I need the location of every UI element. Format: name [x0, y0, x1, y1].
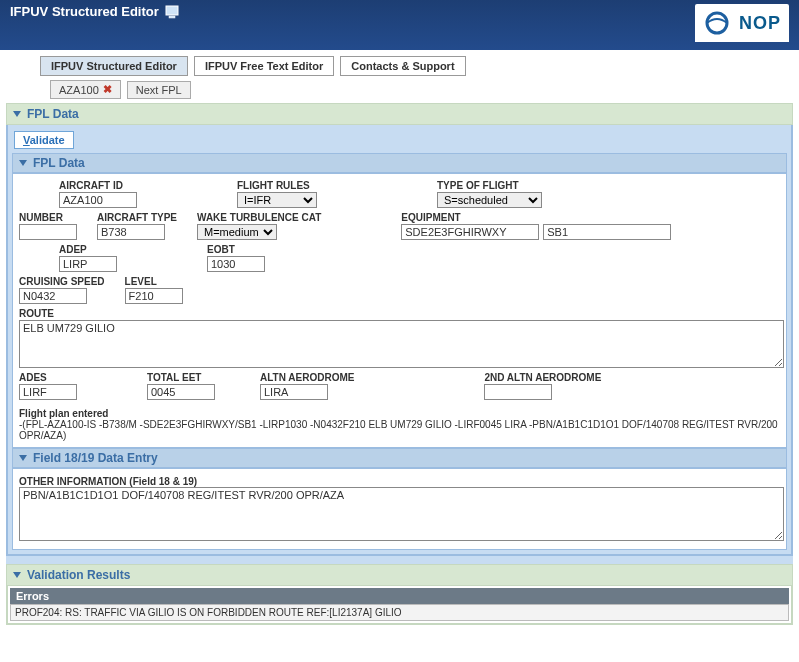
brand-area: NOP [695, 4, 789, 42]
close-icon[interactable]: ✖ [103, 83, 112, 96]
field-altn2: 2ND ALTN AERODROME [484, 372, 601, 400]
field18-subheader[interactable]: Field 18/19 Data Entry [12, 448, 787, 468]
validate-rest: alidate [30, 134, 65, 146]
validate-button[interactable]: Validate [14, 131, 74, 149]
label-type-of-flight: TYPE OF FLIGHT [437, 180, 542, 191]
collapse-icon [13, 111, 21, 117]
field-adep: ADEP [59, 244, 117, 272]
label-ades: ADES [19, 372, 77, 383]
select-flight-rules[interactable]: I=IFR [237, 192, 317, 208]
svg-rect-0 [166, 6, 178, 15]
validation-body: Errors PROF204: RS: TRAFFIC VIA GILIO IS… [6, 586, 793, 625]
validation-title: Validation Results [27, 568, 130, 582]
label-adep: ADEP [59, 244, 117, 255]
app-title-wrap: IFPUV Structured Editor [10, 4, 179, 19]
input-aircraft-id[interactable] [59, 192, 137, 208]
svg-rect-1 [169, 16, 175, 18]
tab-free-text-editor[interactable]: IFPUV Free Text Editor [194, 56, 334, 76]
field-wake: WAKE TURBULENCE CAT M=medium [197, 212, 321, 240]
input-total-eet[interactable] [147, 384, 215, 400]
validation-header[interactable]: Validation Results [6, 564, 793, 586]
tab-flightplan-aza100[interactable]: AZA100 ✖ [50, 80, 121, 99]
input-ades[interactable] [19, 384, 77, 400]
input-cruising-speed[interactable] [19, 288, 87, 304]
fpl-data-subheader[interactable]: FPL Data [12, 153, 787, 173]
label-aircraft-id: AIRCRAFT ID [59, 180, 137, 191]
collapse-icon [19, 160, 27, 166]
brand-text: NOP [739, 13, 781, 34]
input-level[interactable] [125, 288, 183, 304]
secondary-tab-row: AZA100 ✖ Next FPL [0, 78, 799, 103]
section-title: FPL Data [27, 107, 79, 121]
flight-plan-entered-text: -(FPL-AZA100-IS -B738/M -SDE2E3FGHIRWXY/… [19, 419, 780, 441]
label-number: NUMBER [19, 212, 77, 223]
label-route: ROUTE [19, 308, 780, 319]
fpl-data-body: Validate FPL Data AIRCRAFT ID FLIGHT RUL… [6, 125, 793, 556]
input-altn[interactable] [260, 384, 328, 400]
label-level: LEVEL [125, 276, 183, 287]
textarea-route[interactable] [19, 320, 784, 368]
field-altn: ALTN AERODROME [260, 372, 354, 400]
fpl-data-header[interactable]: FPL Data [6, 103, 793, 125]
field-ades: ADES [19, 372, 77, 400]
flight-plan-entered-label: Flight plan entered [19, 408, 780, 419]
label-altn2: 2ND ALTN AERODROME [484, 372, 601, 383]
label-other-info: OTHER INFORMATION (Field 18 & 19) [19, 476, 197, 487]
label-altn: ALTN AERODROME [260, 372, 354, 383]
label-eobt: EOBT [207, 244, 265, 255]
field-route: ROUTE [19, 308, 780, 368]
field-total-eet: TOTAL EET [147, 372, 215, 400]
input-number[interactable] [19, 224, 77, 240]
error-row: PROF204: RS: TRAFFIC VIA GILIO IS ON FOR… [10, 604, 789, 621]
validation-section: Validation Results Errors PROF204: RS: T… [6, 564, 793, 625]
monitor-icon [165, 5, 179, 19]
collapse-icon [19, 455, 27, 461]
section-gap [6, 556, 793, 564]
app-title: IFPUV Structured Editor [10, 4, 159, 19]
label-cruising-speed: CRUISING SPEED [19, 276, 105, 287]
label-flight-rules: FLIGHT RULES [237, 180, 317, 191]
field-number: NUMBER [19, 212, 77, 240]
label-aircraft-type: AIRCRAFT TYPE [97, 212, 177, 223]
input-eobt[interactable] [207, 256, 265, 272]
primary-tab-row: IFPUV Structured Editor IFPUV Free Text … [0, 50, 799, 78]
label-wake: WAKE TURBULENCE CAT [197, 212, 321, 223]
input-equipment-b[interactable] [543, 224, 671, 240]
top-header-bar: IFPUV Structured Editor NOP [0, 0, 799, 50]
label-equipment: EQUIPMENT [401, 212, 671, 223]
input-equipment-a[interactable] [401, 224, 539, 240]
tab-structured-editor[interactable]: IFPUV Structured Editor [40, 56, 188, 76]
tab-next-fpl[interactable]: Next FPL [127, 81, 191, 99]
field18-body: OTHER INFORMATION (Field 18 & 19) [12, 468, 787, 550]
sub-title: FPL Data [33, 156, 85, 170]
field-eobt: EOBT [207, 244, 265, 272]
tab-flightplan-label: AZA100 [59, 84, 99, 96]
field-cruising-speed: CRUISING SPEED [19, 276, 105, 304]
field-equipment: EQUIPMENT [401, 212, 671, 240]
collapse-icon [13, 572, 21, 578]
field-aircraft-type: AIRCRAFT TYPE [97, 212, 177, 240]
brand-logo-icon [703, 9, 731, 37]
field-flight-rules: FLIGHT RULES I=IFR [237, 180, 317, 208]
textarea-other-info[interactable] [19, 487, 784, 541]
fpl-data-form: AIRCRAFT ID FLIGHT RULES I=IFR TYPE OF F… [12, 173, 787, 448]
select-type-of-flight[interactable]: S=scheduled [437, 192, 542, 208]
field-level: LEVEL [125, 276, 183, 304]
field18-title: Field 18/19 Data Entry [33, 451, 158, 465]
fpl-data-section: FPL Data Validate FPL Data AIRCRAFT ID F… [6, 103, 793, 556]
tab-contacts-support[interactable]: Contacts & Support [340, 56, 465, 76]
input-aircraft-type[interactable] [97, 224, 165, 240]
input-adep[interactable] [59, 256, 117, 272]
svg-point-2 [707, 13, 727, 33]
select-wake[interactable]: M=medium [197, 224, 277, 240]
field-type-of-flight: TYPE OF FLIGHT S=scheduled [437, 180, 542, 208]
errors-header: Errors [10, 588, 789, 604]
input-altn2[interactable] [484, 384, 552, 400]
field-aircraft-id: AIRCRAFT ID [59, 180, 137, 208]
label-total-eet: TOTAL EET [147, 372, 215, 383]
